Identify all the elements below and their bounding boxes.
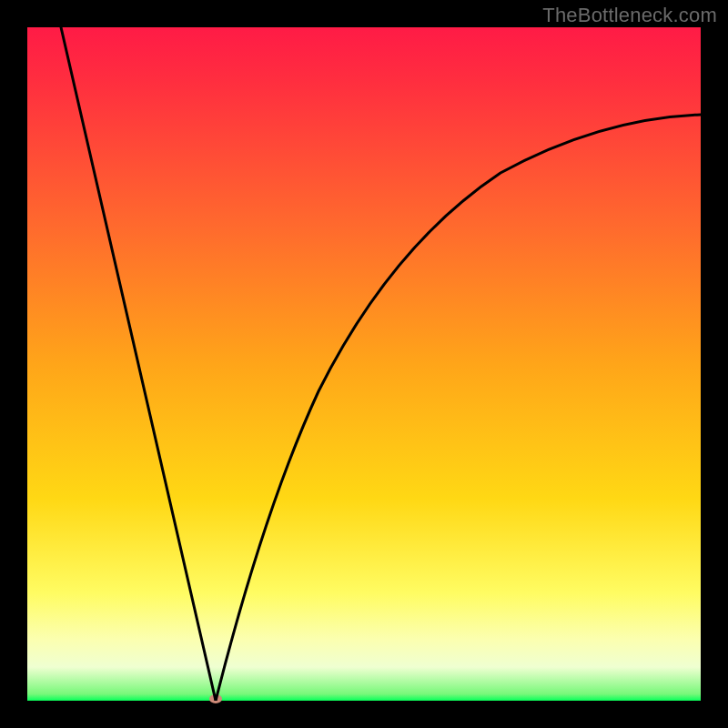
curve-left-branch	[61, 27, 216, 701]
watermark-text: TheBottleneck.com	[542, 4, 717, 27]
chart-svg	[27, 27, 701, 701]
curve-right-branch	[216, 115, 701, 701]
